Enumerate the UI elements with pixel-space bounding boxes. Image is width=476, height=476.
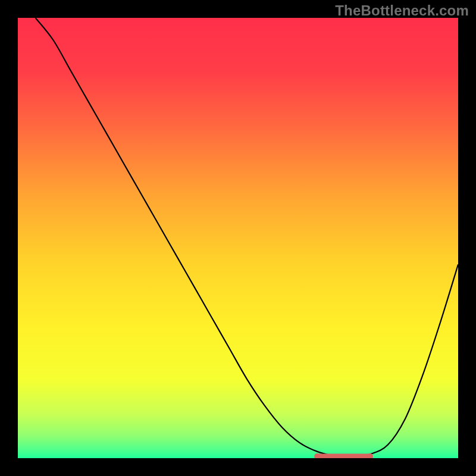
chart-lines: [18, 18, 458, 458]
chart-plot-area: [18, 18, 458, 458]
bottleneck-curve: [36, 18, 458, 458]
optimal-region-marker: [314, 453, 373, 458]
watermark-label: TheBottleneck.com: [335, 2, 469, 19]
